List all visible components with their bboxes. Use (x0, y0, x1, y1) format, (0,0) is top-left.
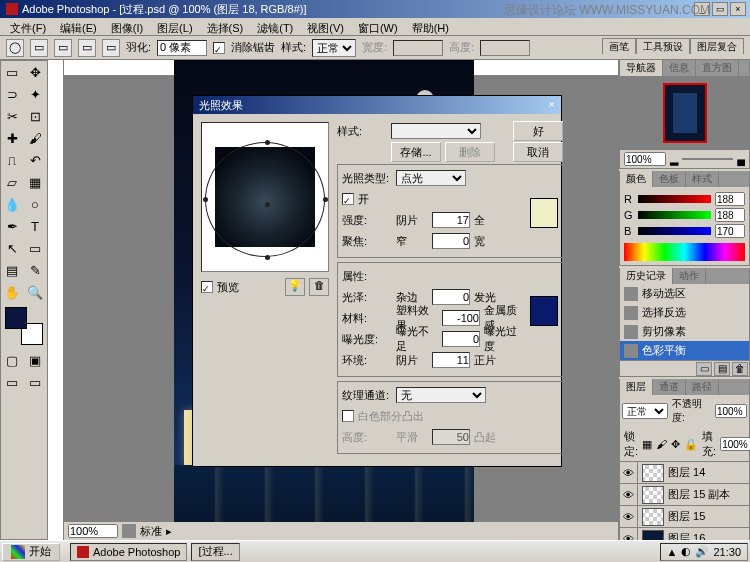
eye-icon[interactable]: 👁 (620, 462, 638, 484)
shape-tool[interactable]: ▭ (24, 237, 46, 259)
history-item[interactable]: 移动选区 (620, 284, 749, 303)
wand-tool[interactable]: ✦ (24, 83, 46, 105)
dialog-close-icon[interactable]: × (549, 98, 555, 112)
light-add-icon[interactable]: 💡 (285, 278, 305, 296)
b-input[interactable] (715, 224, 745, 238)
tab-actions[interactable]: 动作 (673, 268, 706, 284)
style-select[interactable] (391, 123, 481, 139)
hand-tool[interactable]: ✋ (1, 281, 23, 303)
slice-tool[interactable]: ⊡ (24, 105, 46, 127)
heal-tool[interactable]: ✚ (1, 127, 23, 149)
zoom-in-icon[interactable]: ▄ (737, 153, 745, 165)
lasso-tool[interactable]: ⊃ (1, 83, 23, 105)
fg-color-icon[interactable] (5, 307, 27, 329)
focus-input[interactable] (432, 233, 470, 249)
style-select[interactable]: 正常 (312, 39, 356, 57)
lock-trans-icon[interactable]: ▦ (642, 438, 652, 451)
tab-paths[interactable]: 路径 (686, 379, 719, 395)
tray-icon[interactable]: 🔊 (695, 545, 709, 558)
fill-input[interactable] (720, 437, 750, 451)
selection-intersect-icon[interactable]: ▭ (102, 39, 120, 57)
exposure-input[interactable] (442, 331, 480, 347)
menu-image[interactable]: 图像(I) (105, 20, 149, 33)
g-slider[interactable] (638, 211, 711, 219)
notes-tool[interactable]: ▤ (1, 259, 23, 281)
menu-layer[interactable]: 图层(L) (151, 20, 198, 33)
g-input[interactable] (715, 208, 745, 222)
history-item[interactable]: 选择反选 (620, 303, 749, 322)
path-tool[interactable]: ↖ (1, 237, 23, 259)
marquee-tool[interactable]: ▭ (1, 61, 23, 83)
tab-tool-preset[interactable]: 工具预设 (636, 38, 690, 54)
nav-zoom-input[interactable] (624, 152, 666, 166)
cancel-button[interactable]: 取消 (513, 142, 563, 162)
tray-icon[interactable]: ▲ (667, 546, 678, 558)
delete-button[interactable]: 删除 (445, 142, 495, 162)
tab-histogram[interactable]: 直方图 (696, 60, 739, 76)
selection-new-icon[interactable]: ▭ (30, 39, 48, 57)
menu-help[interactable]: 帮助(H) (406, 20, 455, 33)
taskbar-app[interactable]: Adobe Photoshop (70, 543, 187, 561)
dialog-titlebar[interactable]: 光照效果 × (193, 96, 561, 114)
eye-icon[interactable]: 👁 (620, 506, 638, 528)
selection-subtract-icon[interactable]: ▭ (78, 39, 96, 57)
tab-navigator[interactable]: 导航器 (620, 60, 663, 76)
crop-tool[interactable]: ✂ (1, 105, 23, 127)
current-tool-icon[interactable]: ◯ (6, 39, 24, 57)
preview-checkbox[interactable] (201, 281, 213, 293)
texture-select[interactable]: 无 (396, 387, 486, 403)
menu-window[interactable]: 窗口(W) (352, 20, 404, 33)
new-snapshot-icon[interactable]: ▭ (696, 362, 712, 376)
eraser-tool[interactable]: ▱ (1, 171, 23, 193)
lighting-preview[interactable] (201, 122, 329, 272)
layer-item[interactable]: 👁图层 15 (620, 505, 749, 527)
opacity-input[interactable] (715, 404, 747, 418)
tab-brush[interactable]: 画笔 (602, 38, 636, 54)
save-button[interactable]: 存储... (391, 142, 441, 162)
tab-swatches[interactable]: 色板 (653, 171, 686, 187)
material-input[interactable] (442, 310, 480, 326)
ambience-input[interactable] (432, 352, 470, 368)
quickmask-on-icon[interactable]: ▣ (24, 349, 46, 371)
tray-icon[interactable]: ◐ (681, 545, 691, 558)
tab-color[interactable]: 颜色 (620, 171, 653, 187)
tab-channels[interactable]: 通道 (653, 379, 686, 395)
layer-item[interactable]: 👁图层 15 副本 (620, 483, 749, 505)
taskbar-app[interactable]: [过程... (191, 543, 239, 561)
new-doc-icon[interactable]: ▤ (714, 362, 730, 376)
move-tool[interactable]: ✥ (24, 61, 46, 83)
menu-filter[interactable]: 滤镜(T) (251, 20, 299, 33)
light-delete-icon[interactable]: 🗑 (309, 278, 329, 296)
arrow-icon[interactable]: ▸ (166, 525, 172, 538)
trash-icon[interactable]: 🗑 (732, 362, 748, 376)
antialias-checkbox[interactable] (213, 42, 225, 54)
spectrum-bar[interactable] (624, 243, 745, 261)
gradient-tool[interactable]: ▦ (24, 171, 46, 193)
lock-paint-icon[interactable]: 🖌 (656, 438, 667, 450)
zoom-input[interactable] (68, 524, 118, 538)
history-item[interactable]: 色彩平衡 (620, 341, 749, 360)
light-type-select[interactable]: 点光 (396, 170, 466, 186)
r-slider[interactable] (638, 195, 711, 203)
maximize-button[interactable]: ▭ (712, 2, 728, 16)
screenmode-std-icon[interactable]: ▭ (1, 371, 23, 393)
selection-add-icon[interactable]: ▭ (54, 39, 72, 57)
quickmask-off-icon[interactable]: ▢ (1, 349, 23, 371)
ok-button[interactable]: 好 (513, 121, 563, 141)
dodge-tool[interactable]: ○ (24, 193, 46, 215)
brush-tool[interactable]: 🖌 (24, 127, 46, 149)
stamp-tool[interactable]: ⎍ (1, 149, 23, 171)
type-tool[interactable]: T (24, 215, 46, 237)
intensity-input[interactable] (432, 212, 470, 228)
light-color-swatch[interactable] (530, 198, 558, 228)
on-checkbox[interactable] (342, 193, 354, 205)
menu-file[interactable]: 文件(F) (4, 20, 52, 33)
history-brush-tool[interactable]: ↶ (24, 149, 46, 171)
lock-all-icon[interactable]: 🔒 (684, 438, 698, 451)
blend-mode-select[interactable]: 正常 (622, 403, 668, 419)
screenmode-full-icon[interactable]: ▭ (24, 371, 46, 393)
zoom-slider[interactable] (682, 158, 733, 160)
lock-move-icon[interactable]: ✥ (671, 438, 680, 451)
menu-edit[interactable]: 编辑(E) (54, 20, 103, 33)
eyedropper-tool[interactable]: ✎ (24, 259, 46, 281)
